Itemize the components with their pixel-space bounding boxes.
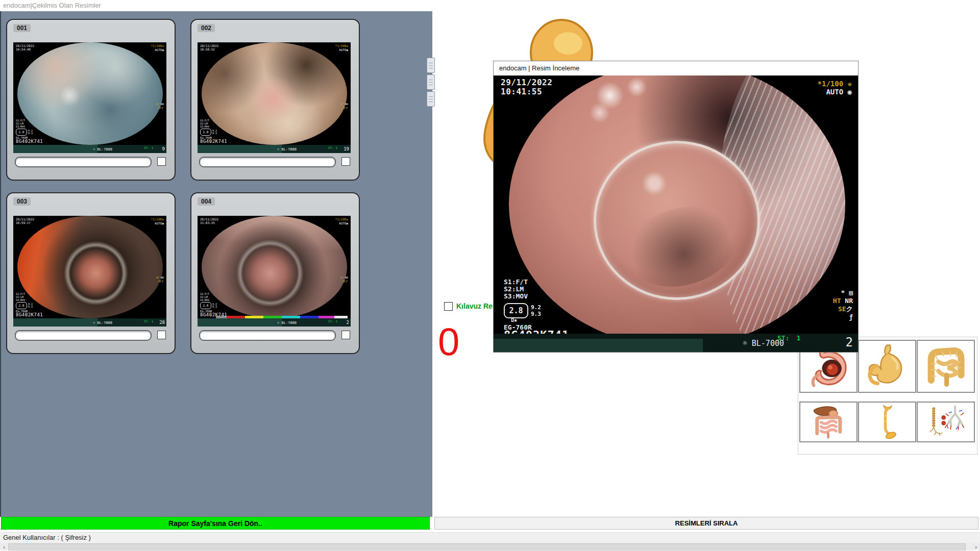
scrollbar-thumb[interactable] [8, 543, 966, 550]
esophagus-icon [861, 404, 913, 440]
horizontal-scrollbar[interactable]: ‹ › [0, 543, 980, 550]
auto-icon: ◉ [162, 221, 164, 225]
image-card-number: 001 [13, 24, 31, 32]
endoscopy-thumbnail-001[interactable]: 29/11/202210:54:48 *1/100❋AUTO◉ HT NRSEク… [13, 42, 166, 153]
scope-serial: 8G402K741 [200, 140, 227, 143]
anatomy-selector-grid [798, 337, 977, 455]
omega-indicator: Ω▪ [511, 318, 569, 322]
window-title: endocam|Çekilmis Olan Resimler [3, 2, 101, 9]
image-card-number: 003 [13, 197, 31, 206]
auto-label: AUTO [826, 88, 843, 96]
image-select-checkbox[interactable] [341, 157, 350, 166]
endoscopy-thumbnail-002[interactable]: 29/11/202210:58:52 *1/100❋AUTO◉ HT NRSEク… [198, 42, 351, 153]
scroll-left-arrow[interactable]: ‹ [0, 543, 8, 550]
anatomy-cell-colon[interactable] [917, 340, 975, 393]
captured-images-panel: 001 29/11/202210:54:48 *1/100❋AUTO◉ HT N… [0, 11, 432, 517]
user-status-text: Genel Kullanıcılar : ( Şifresiz ) [3, 534, 91, 541]
image-select-checkbox[interactable] [157, 331, 166, 339]
anatomy-cell-esophagus[interactable] [858, 402, 916, 442]
image-card-004[interactable]: 004 29/11/202211:03:25 *1/100❋AUTO◉ HT N… [190, 192, 360, 354]
osd-date: 29/11/2022 [200, 217, 218, 221]
image-note-input[interactable] [199, 330, 336, 341]
image-select-checkbox[interactable] [157, 157, 166, 166]
aperture-icon: ❋ [162, 217, 164, 221]
scope-serial: 8G402K741 [16, 313, 43, 316]
guide-image-checkbox[interactable] [444, 302, 453, 311]
osd-time: 10:58:52 [200, 47, 218, 51]
anatomy-cell-digestive-system[interactable] [799, 402, 857, 442]
sort-images-button[interactable]: RESİMLERİ SIRALA [434, 517, 978, 530]
panel-handle-1[interactable] [427, 58, 435, 73]
frame-counter: 9 [162, 146, 165, 152]
frame-counter: 19 [344, 146, 349, 152]
anatomy-cell-bronchi[interactable] [917, 402, 975, 442]
zoom-level-indicator: 2.8 [200, 302, 211, 309]
thumbnail-status-bar: ☼ BL-7000 ST: 1 28 [13, 318, 166, 327]
zoom-level-indicator: 2.8 [200, 129, 211, 136]
image-card-003[interactable]: 003 29/11/202210:59:17 *1/100❋AUTO◉ HT N… [6, 192, 176, 354]
screen: endocam|Çekilmis Olan Resimler 001 29/11… [0, 0, 980, 551]
scope-serial: 8G402K741 [16, 140, 43, 143]
zoom-level-indicator: 2.8 [16, 129, 27, 136]
image-card-number: 002 [198, 24, 215, 32]
auto-icon: ◉ [346, 48, 348, 52]
selected-count: 0 [438, 322, 459, 361]
dialog-status-bar: ST:1 ☼ BL-7000 2 [494, 334, 858, 352]
digestive-system-icon [802, 404, 854, 440]
shutter-value: *1/100 [818, 80, 844, 88]
image-note-input[interactable] [15, 330, 152, 341]
aperture-icon: ❋ [848, 80, 852, 88]
thumbnail-status-bar: ☼ BL-7000 ST: 1 2 [198, 318, 351, 327]
light-icon: ☼ [277, 321, 279, 325]
auto-icon: ◉ [346, 221, 348, 225]
image-note-input[interactable] [199, 157, 336, 167]
image-card-001[interactable]: 001 29/11/202210:54:48 *1/100❋AUTO◉ HT N… [6, 19, 176, 181]
thumbnail-status-bar: ☼ BL-7000 ST: 1 9 [13, 145, 166, 153]
dialog-title-bar[interactable]: endocam | Resim İnceleme [494, 61, 858, 76]
thumbnail-status-bar: ☼ BL-7000 ST: 1 19 [198, 145, 351, 153]
osd-date: 29/11/2022 [501, 78, 552, 87]
stomach-icon [861, 343, 913, 390]
image-number: 2 [846, 335, 853, 349]
back-to-report-button[interactable]: Rapor Sayfa'sına Geri Dön.. [1, 517, 430, 530]
st-value: 1 [796, 334, 800, 342]
colon-icon [920, 343, 971, 390]
osd-star-line: * ▤ [833, 289, 853, 297]
light-icon: ☼ [743, 339, 747, 348]
osd-s1: S1:F/T [504, 279, 569, 286]
panel-handle-2[interactable] [427, 74, 435, 90]
status-bar-segment [494, 339, 703, 352]
status-bar: Genel Kullanıcılar : ( Şifresiz ) [0, 532, 980, 543]
bronchi-icon [920, 404, 971, 440]
image-note-input[interactable] [15, 157, 152, 167]
endoscopy-thumbnail-003[interactable]: 29/11/202210:59:17 *1/100❋AUTO◉ HT NRSEク… [13, 216, 166, 327]
endoscopy-main-image: 29/11/2022 10:41:55 *1/100 ❋ AUTO ◉ * ▤ … [494, 76, 858, 334]
endoscopy-thumbnail-004[interactable]: 29/11/202211:03:25 *1/100❋AUTO◉ HT NRSEク… [198, 216, 351, 327]
zoom-level-indicator: 2.8 [504, 303, 528, 318]
osd-time: 10:41:55 [501, 87, 552, 96]
osd-date: 29/11/2022 [16, 44, 34, 47]
aperture-icon: ❋ [346, 44, 348, 47]
light-icon: ☼ [93, 147, 95, 152]
scope-serial: 8G402K741 [200, 313, 227, 316]
osd-date: 29/11/2022 [16, 217, 34, 221]
auto-icon: ◉ [848, 88, 852, 96]
zoom-level-indicator: 2.8 [16, 302, 27, 309]
image-card-002[interactable]: 002 29/11/202210:58:52 *1/100❋AUTO◉ HT N… [190, 19, 360, 181]
osd-s2: S2:LM [504, 286, 569, 293]
image-select-checkbox[interactable] [341, 331, 350, 339]
image-card-number: 004 [198, 197, 215, 206]
processor-name: BL-7000 [752, 339, 784, 348]
light-icon: ☼ [277, 147, 279, 152]
auto-icon: ◉ [162, 48, 164, 52]
anatomy-cell-stomach[interactable] [858, 340, 916, 393]
osd-date: 29/11/2022 [200, 44, 218, 47]
osd-time: 10:59:17 [16, 221, 34, 224]
distal-cap-ring [594, 141, 760, 300]
panel-handle-3[interactable] [427, 91, 435, 107]
image-review-dialog: endocam | Resim İnceleme 29/11/2022 10:4… [493, 61, 859, 353]
aperture-icon: ❋ [162, 44, 164, 47]
scroll-right-arrow[interactable]: › [972, 543, 980, 550]
osd-time: 11:03:25 [200, 221, 218, 224]
osd-s3: S3:MOV [504, 293, 569, 300]
